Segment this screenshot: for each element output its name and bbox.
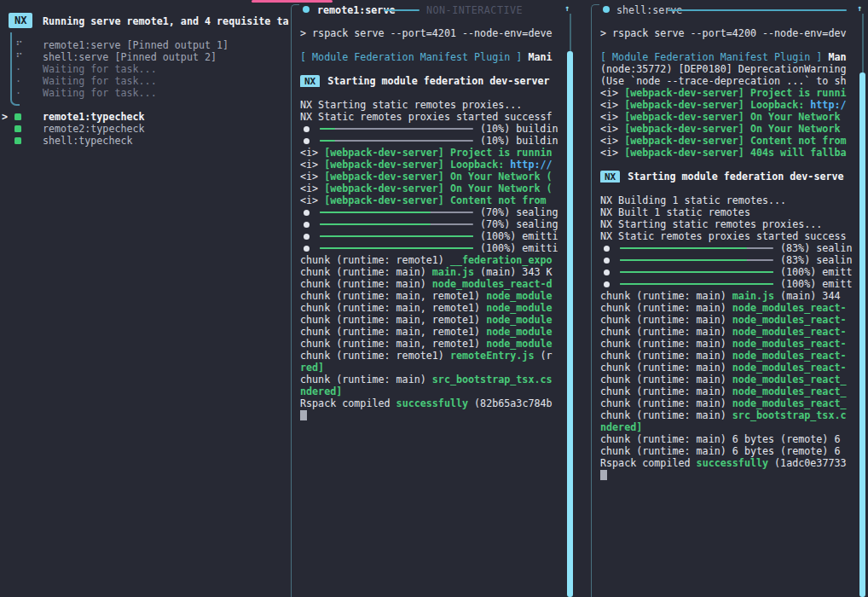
log-line: (70%) sealing: [300, 206, 564, 218]
log-text: NX Starting static remotes proxies...: [300, 99, 522, 111]
log-text: node_modules_react_: [732, 397, 847, 409]
scrollbar-thumb[interactable]: [567, 51, 573, 597]
log-text: node_modules_react-: [732, 338, 847, 350]
log-line: (Use `node --trace-deprecation ...` to s…: [600, 75, 860, 87]
log-line: Rspack compiled successfully (82b65a3c78…: [300, 397, 564, 409]
log-text: NX Static remotes proxies started succes…: [600, 230, 847, 242]
task-row[interactable]: ·Waiting for task...: [0, 87, 291, 99]
pane-left-border: [291, 4, 299, 597]
task-label: Waiting for task...: [43, 75, 157, 87]
log-line: NX Building 1 static remotes...: [600, 194, 860, 206]
progress-bullet-icon: [304, 246, 310, 252]
log-text: chunk (runtime: main, remote1): [300, 338, 486, 350]
terminal-cursor: [300, 410, 307, 420]
log-text: [webpack-dev-server] Project is runni: [624, 87, 846, 99]
progress-bar: [620, 283, 773, 285]
log-line: red]: [300, 362, 564, 374]
nx-badge: NX: [600, 171, 620, 183]
log-text: remoteEntry.js: [450, 350, 535, 362]
scrollbar-thumb[interactable]: [859, 72, 865, 597]
log-line: chunk (runtime: main) node_modules_react…: [600, 338, 860, 350]
log-text: chunk (runtime: main): [600, 385, 732, 397]
task-row[interactable]: remote2:typecheck: [0, 123, 291, 135]
log-text: chunk (runtime: main): [600, 290, 732, 302]
log-line: (83%) sealin: [600, 242, 860, 254]
log-text: [ Module Federation Manifest Plugin ]: [300, 51, 522, 63]
scroll-up-icon[interactable]: ↑: [857, 3, 862, 14]
log-text: > rspack serve --port=4200 --node-env=de…: [600, 27, 847, 39]
log-text: <i>: [600, 99, 624, 111]
scrollbar-track[interactable]: [570, 14, 571, 51]
log-line: chunk (runtime: main) node_modules_react…: [600, 385, 860, 397]
task-row[interactable]: ⠋remote1:serve [Pinned output 1]: [0, 39, 291, 51]
log-line: <i> [webpack-dev-server] Content not fro…: [300, 194, 564, 206]
log-line: chunk (runtime: main) 6 bytes (remote) 6: [600, 433, 860, 445]
log-line: chunk (runtime: main) node_modules_react…: [600, 314, 860, 326]
progress-label: (10%) buildin: [480, 123, 558, 135]
scrollbar-track[interactable]: [862, 14, 864, 72]
log-text: src_bootstrap_tsx.c: [732, 409, 847, 421]
log-line: (10%) buildin: [300, 135, 564, 147]
log-line: [600, 159, 860, 171]
log-text: [webpack-dev-server] Loopback:: [324, 159, 510, 171]
nx-badge: NX: [300, 75, 320, 87]
progress-bar: [320, 128, 473, 130]
log-text: chunk (runtime: main, remote1): [300, 314, 486, 326]
progress-bullet-icon: [304, 222, 310, 228]
log-line: chunk (runtime: main) main.js (main) 343…: [300, 266, 564, 278]
log-line: <i> [webpack-dev-server] Project is runn…: [600, 87, 860, 99]
log-line: (node:35772) [DEP0180] DeprecationWarnin…: [600, 63, 860, 75]
log-line: (83%) sealin: [600, 254, 860, 266]
shell-serve-log: > rspack serve --port=4200 --node-env=de…: [600, 27, 860, 481]
log-text: successfully: [697, 457, 768, 469]
log-text: Rspack compiled: [300, 397, 396, 409]
log-text: chunk (runtime: main, remote1): [300, 290, 486, 302]
log-text: [webpack-dev-server] On Your Network (: [324, 183, 552, 194]
log-text: chunk (runtime: main): [600, 302, 732, 314]
task-row[interactable]: ·Waiting for task...: [0, 75, 291, 87]
log-text: http://: [510, 159, 552, 171]
task-row[interactable]: ·Waiting for task...: [0, 63, 291, 75]
task-row[interactable]: shell:typecheck: [0, 135, 291, 147]
progress-bullet-icon: [604, 258, 610, 264]
scroll-up-icon[interactable]: ↑: [564, 3, 570, 14]
log-line: ndered]: [600, 421, 860, 433]
progress-bar-fill: [620, 259, 747, 261]
log-text: main.js: [732, 290, 774, 302]
log-text: NX Built 1 static remotes: [600, 206, 750, 218]
log-line: > rspack serve --port=4200 --node-env=de…: [600, 27, 860, 39]
log-text: successfully: [396, 397, 468, 409]
progress-bar-fill: [320, 247, 473, 249]
log-text: chunk (runtime: main): [600, 314, 732, 326]
log-line: NXStarting module federation dev-server: [300, 75, 564, 87]
log-line: chunk (runtime: remote1) __federation_ex…: [300, 254, 564, 266]
log-line: [300, 63, 564, 75]
log-line: <i> [webpack-dev-server] On Your Network…: [300, 183, 564, 194]
dot-icon: ·: [15, 87, 21, 99]
progress-bar: [320, 223, 473, 225]
focused-pane-indicator: [252, 0, 333, 3]
running-indicator-dot: [303, 6, 310, 13]
task-row[interactable]: >remote1:typecheck: [0, 111, 291, 123]
log-line: chunk (runtime: main) node_modules_react…: [600, 326, 860, 338]
log-line: [600, 469, 860, 481]
log-line: <i> [webpack-dev-server] 404s will fallb…: [600, 147, 860, 159]
progress-bar-fill: [620, 247, 747, 249]
completed-task-list: >remote1:typecheckremote2:typecheckshell…: [0, 111, 291, 147]
log-text: NX Starting static remotes proxies...: [600, 218, 822, 230]
progress-bar-fill: [320, 140, 335, 142]
log-line: <i> [webpack-dev-server] Project is runn…: [300, 147, 564, 159]
progress-bar: [620, 259, 773, 261]
log-text: chunk (runtime: main): [600, 338, 732, 350]
log-text: [webpack-dev-server] Content not from: [324, 194, 546, 206]
log-text: <i>: [600, 87, 624, 99]
log-line: chunk (runtime: main) 6 bytes (remote) 6: [600, 445, 860, 457]
log-text: (r: [534, 350, 552, 362]
log-text: chunk (runtime: remote1): [300, 350, 450, 362]
log-text: node_modules_react-: [732, 362, 847, 374]
log-text: chunk (runtime: main): [600, 326, 732, 338]
progress-label: (70%) sealing: [480, 206, 558, 218]
log-line: NX Static remotes proxies started succes…: [300, 111, 564, 123]
task-row[interactable]: ⠋shell:serve [Pinned output 2]: [0, 51, 291, 63]
log-text: <i>: [300, 147, 324, 159]
